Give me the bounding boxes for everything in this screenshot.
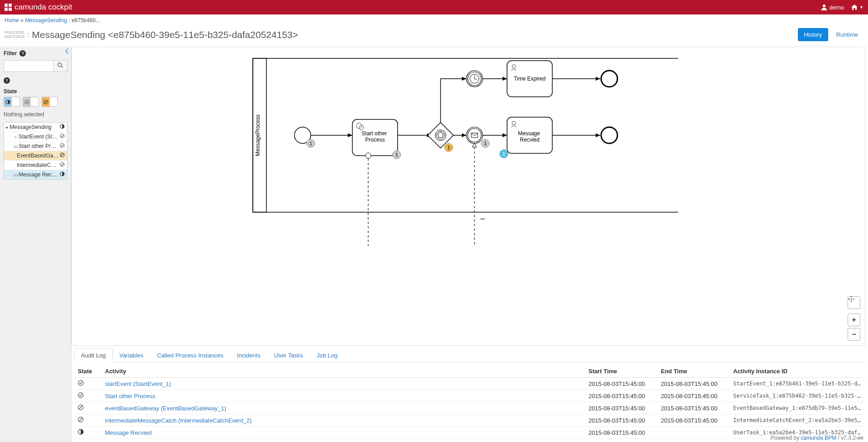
svg-line-15 (61, 154, 63, 157)
row-id: StartEvent_1:e875b461-39e5-11e5-b325-daf… (730, 378, 865, 390)
svg-point-4 (823, 5, 825, 7)
svg-text:Start other
            Proces: Start other Process (361, 130, 388, 143)
activity-link[interactable]: startEvent (StartEvent_1) (105, 380, 171, 387)
table-row: Message Recvied2015-08-03T15:45:00UserTa… (74, 427, 865, 439)
audit-log-table: State Activity Start Time End Time Activ… (74, 365, 865, 439)
tab-incidents[interactable]: Incidents (230, 348, 267, 362)
breadcrumb-home[interactable]: Home (5, 17, 19, 24)
svg-rect-2 (5, 8, 8, 11)
filter-input[interactable] (4, 60, 54, 72)
tab-audit-log[interactable]: Audit Log (74, 348, 113, 362)
row-id: ServiceTask_1:e875b462-39e5-11e5-b325-da… (730, 390, 865, 402)
row-state (74, 378, 101, 390)
tab-job-log[interactable]: Job Log (310, 348, 344, 362)
state-toggle-completed[interactable] (23, 97, 39, 107)
filter-sidebar: ❮ Filter ? ? State N (0, 47, 71, 442)
zoom-out-button[interactable]: − (848, 328, 860, 341)
svg-point-12 (60, 134, 64, 138)
svg-text:Message
            Recvied: Message Recvied (518, 130, 541, 143)
tree-item[interactable]: ○ StartEvent (StartE... (4, 132, 67, 142)
move-icon (848, 295, 855, 303)
row-start: 2015-08-03T15:45:00 (585, 390, 657, 402)
table-row: intermediateMessageCatch (IntermediateCa… (74, 414, 865, 427)
canceled-icon (43, 100, 48, 105)
history-button[interactable]: History (798, 28, 828, 41)
svg-point-5 (58, 63, 62, 67)
detail-tabs: Audit Log Variables Called Process Insta… (74, 347, 865, 362)
chevron-down-icon: ▼ (859, 5, 863, 10)
end-event[interactable] (601, 71, 617, 87)
tree-root[interactable]: ▾MessageSending (4, 123, 67, 132)
activity-link[interactable]: intermediateMessageCatch (IntermediateCa… (105, 417, 251, 424)
state-toggle-running[interactable] (4, 97, 20, 107)
user-name: demo (830, 4, 844, 11)
message-catch-event[interactable] (466, 127, 483, 143)
tab-user-tasks[interactable]: User Tasks (267, 348, 310, 362)
logo-icon (5, 4, 12, 11)
row-start: 2015-08-03T15:45:00 (585, 414, 657, 427)
row-state (74, 414, 101, 427)
home-menu[interactable]: ▼ (851, 4, 863, 10)
row-state (74, 390, 101, 402)
footer-link[interactable]: camunda BPM (801, 435, 836, 441)
zoom-in-button[interactable]: + (848, 314, 860, 326)
home-icon (851, 4, 858, 10)
end-event-2[interactable] (601, 127, 617, 143)
help-icon[interactable]: ? (19, 50, 26, 57)
app-logo[interactable]: camunda cockpit (5, 3, 72, 12)
activity-tree: ▾MessageSending ○ StartEvent (StartE... … (4, 122, 67, 180)
user-task-time-expired[interactable]: Time Expired (507, 61, 552, 97)
svg-point-27 (365, 153, 371, 158)
row-end: 2015-08-03T15:45:00 (657, 402, 730, 414)
state-toggle-canceled[interactable] (42, 97, 58, 107)
completed-icon (60, 143, 65, 148)
bpmn-diagram[interactable]: MessageProcess 1 Start other Process (71, 47, 865, 346)
collapse-sidebar-icon[interactable]: ❮ (65, 48, 69, 54)
svg-marker-56 (472, 143, 477, 147)
activity-link[interactable]: eventBasedGateway (EventBasedGateway_1) (105, 405, 226, 412)
row-start: 2015-08-03T15:45:00 (585, 402, 657, 414)
title-tag: PROCESSINSTANCE (5, 31, 25, 39)
row-start: 2015-08-03T15:45:00 (585, 427, 657, 439)
tab-variables[interactable]: Variables (113, 348, 150, 362)
tab-called-processes[interactable]: Called Process Instances (150, 348, 230, 362)
filter-search-button[interactable] (54, 60, 67, 72)
tree-item[interactable]: ▭ Message Recvied (4, 170, 67, 179)
row-id: IntermediateCatchEvent_2:ea5a2be3-39e5-1… (730, 414, 865, 427)
help-icon-2[interactable]: ? (4, 77, 10, 84)
tree-item[interactable]: ▭ Start other Process (4, 142, 67, 151)
row-start: 2015-08-03T15:45:00 (585, 378, 657, 390)
row-end: 2015-08-03T15:45:00 (657, 378, 730, 390)
tree-item[interactable]: EventBasedGate... (4, 151, 67, 161)
col-state: State (74, 365, 101, 378)
tree-item[interactable]: IntermediateCatc... (4, 161, 67, 170)
nothing-selected-label: Nothing selected (4, 111, 67, 118)
app-name: camunda cockpit (14, 3, 72, 12)
activity-link[interactable]: Start other Process (105, 393, 155, 399)
svg-point-8 (25, 100, 29, 104)
activity-link[interactable]: Message Recvied (105, 429, 152, 436)
row-end (657, 427, 730, 439)
pool-label: MessageProcess (255, 114, 261, 156)
user-menu[interactable]: demo (821, 4, 844, 11)
reset-zoom-button[interactable] (848, 296, 860, 309)
user-task-message-recvied[interactable]: Message Recvied (507, 117, 552, 153)
col-id: Activity Instance ID (730, 365, 865, 378)
svg-line-72 (79, 418, 82, 421)
row-end: 2015-08-03T15:45:00 (657, 414, 730, 427)
breadcrumb: Home » MessageSending : e875b460... (0, 14, 868, 26)
expand-icon[interactable]: ▾ (6, 125, 8, 130)
running-icon (60, 124, 65, 129)
breadcrumb-process[interactable]: MessageSending (25, 17, 67, 24)
runtime-button[interactable]: Runtime (831, 28, 863, 41)
running-icon (60, 171, 65, 176)
svg-point-16 (60, 162, 64, 166)
task-icon: ▭ (12, 144, 19, 149)
svg-line-6 (61, 66, 63, 68)
service-task-start-other[interactable]: Start other Process (352, 119, 398, 156)
table-row: startEvent (StartEvent_1)2015-08-03T15:4… (74, 378, 865, 390)
completed-icon (60, 162, 65, 167)
col-activity: Activity (101, 365, 585, 378)
filter-label: Filter ? (4, 50, 67, 57)
timer-catch-event[interactable] (466, 71, 483, 87)
